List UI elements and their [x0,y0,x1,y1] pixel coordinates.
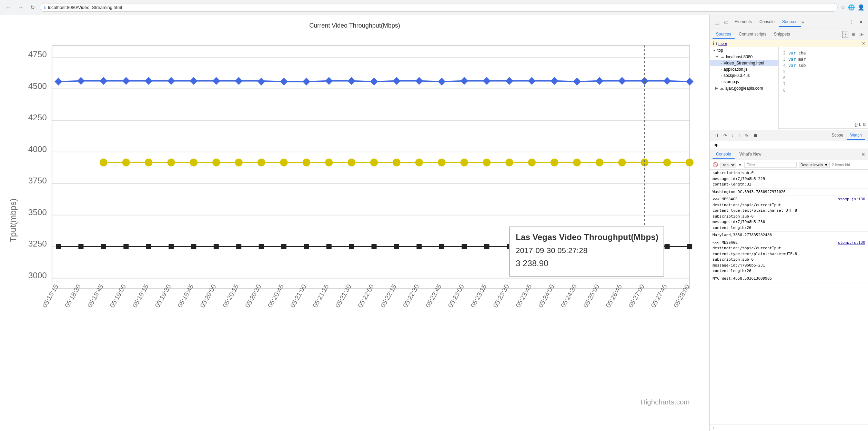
svg-text:05:22:30: 05:22:30 [402,283,420,309]
devtools-close-button[interactable]: ✕ [857,18,865,26]
svg-rect-79 [169,244,174,249]
deactivate-button[interactable]: ✎ [743,132,750,139]
forward-button[interactable]: → [16,4,26,11]
format-btn-2[interactable]: L [859,122,861,127]
svg-marker-43 [618,77,626,85]
tree-item-sockjs[interactable]: ▪ sockjs-0.3.4.js [710,72,778,79]
tree-item-googleapis[interactable]: ▶ ☁ ajax.googleapis.com [710,85,778,91]
console-close-button[interactable]: ✕ [861,152,865,157]
step-out-button[interactable]: ↑ [736,132,742,139]
more-tabs-icon[interactable]: » [801,19,804,25]
svg-rect-81 [214,244,219,249]
line-num-8: 8 [780,87,786,93]
console-output[interactable]: subscription:sub-0message-id:7j79o8b5-22… [710,170,868,424]
address-bar[interactable]: ℹ localhost:8080/Video_Streaming.html [40,3,838,12]
code-line-6: 6 [780,75,867,81]
console-msg-5: stomp.js:130 <<< MESSAGEdestination:/top… [710,239,868,275]
svg-text:05:20:00: 05:20:00 [199,283,217,309]
default-levels-button[interactable]: Default levels ▼ [799,162,830,168]
svg-rect-88 [372,244,377,249]
layout-btn-1[interactable]: ⊞ [850,31,857,38]
tree-arrow-localhost: ▼ [715,55,719,59]
svg-marker-40 [551,77,558,85]
info-text: ℹ [716,41,717,46]
code-text-2: var cha [788,50,806,56]
format-btn[interactable]: {} [855,122,858,127]
tab-console[interactable]: Console [756,17,778,27]
console-tab-console[interactable]: Console [713,150,735,159]
svg-point-55 [280,159,287,167]
tree-item-localhost[interactable]: ▼ ☁ localhost:8080 [710,53,778,60]
svg-rect-84 [281,244,286,249]
sources-tab-content-scripts[interactable]: Content scripts [735,30,770,39]
info-badge-close[interactable]: ✕ [862,41,865,46]
stop-button[interactable]: ⏹ [751,132,759,139]
tree-label-localhost: localhost:8080 [726,54,753,59]
stomp-link-1[interactable]: stomp.js:130 [838,197,865,202]
console-clear-button[interactable]: 🚫 [713,162,718,167]
items-hidden-badge: 2 items hid [832,163,850,167]
svg-marker-20 [100,77,107,85]
context-select[interactable]: top [720,162,736,168]
dropdown-arrow-icon: ▼ [738,162,742,167]
svg-point-73 [686,159,693,167]
code-area: 2 var cha 3 var mar 4 var sub 5 [779,49,868,129]
sources-tab-sources[interactable]: Sources [713,30,735,39]
tree-item-stomp-js[interactable]: ▪ stomp.js [710,79,778,85]
pause-button[interactable]: ⏸ [713,132,721,139]
profile-button[interactable]: 👤 [858,4,865,11]
more-link[interactable]: more [718,41,727,46]
svg-text:05:27:45: 05:27:45 [649,283,668,309]
svg-marker-46 [686,78,693,86]
console-input-row: › [710,424,868,431]
element-picker-button[interactable]: ⬚ [713,18,721,26]
console-toolbar: 🚫 top ▼ Default levels ▼ 2 items hid [710,160,868,170]
svg-text:4750: 4750 [28,50,47,59]
back-button[interactable]: ← [3,4,13,11]
svg-point-67 [551,159,558,167]
tree-item-video-streaming[interactable]: ▪ Video_Streaming.html [710,60,778,66]
step-into-button[interactable]: ↓ [730,132,736,139]
console-msg-1: subscription:sub-0message-id:7j79o8b5-22… [710,170,868,189]
tab-sources[interactable]: Sources [779,17,801,27]
console-msg-6: NYC West,4658.503613009905 [710,275,868,283]
sources-tab-more-button[interactable]: ⋮ [842,31,848,38]
line-num-4: 4 [780,62,786,69]
tree-item-top[interactable]: ▼ top [710,47,778,53]
svg-rect-102 [687,244,692,249]
code-line-5: 5 [780,69,867,75]
svg-text:Las Vegas Video Throughput(Mbp: Las Vegas Video Throughput(Mbps) [516,232,658,242]
svg-rect-91 [439,244,444,249]
code-format-btns: {} L ⊡ [855,122,867,127]
lock-icon: ℹ [44,5,46,10]
devtools-menu-button[interactable]: ⋮ [847,18,856,26]
extension-button[interactable]: 🌐 [848,4,855,11]
sources-tab-snippets[interactable]: Snippets [770,30,794,39]
svg-text:3750: 3750 [28,176,47,185]
svg-text:05:24:00: 05:24:00 [537,283,555,309]
svg-point-65 [505,159,513,167]
layout-btn-2[interactable]: ≫ [858,31,865,38]
svg-text:05:20:30: 05:20:30 [244,283,262,309]
format-btn-3[interactable]: ⊡ [863,122,867,127]
tab-elements[interactable]: Elements [731,17,755,27]
console-tab-whats-new[interactable]: What's New [736,150,765,159]
scope-tab[interactable]: Scope [828,131,847,140]
device-toolbar-button[interactable]: ▭ [722,18,730,26]
tree-label-sockjs: sockjs-0.3.4.js [724,73,750,78]
tree-item-application-js[interactable]: ▪ application.js [710,66,778,72]
scope-watch-top-row: top [710,141,868,149]
stomp-link-2[interactable]: stomp.js:130 [838,240,865,246]
filter-input[interactable] [744,162,797,168]
tree-label-video-streaming: Video_Streaming.html [724,61,764,66]
browser-chrome: ← → ↻ ℹ localhost:8080/Video_Streaming.h… [0,0,868,15]
code-line-7: 7 [780,81,867,87]
code-viewer: 2 var cha 3 var mar 4 var sub 5 [779,47,868,130]
svg-point-62 [438,159,445,167]
reload-button[interactable]: ↻ [28,3,37,11]
svg-text:05:21:00: 05:21:00 [289,283,307,309]
watch-tab[interactable]: Watch [847,131,865,140]
svg-text:05:25:00: 05:25:00 [582,283,600,309]
bookmark-button[interactable]: ☆ [840,4,845,11]
step-over-button[interactable]: ↷ [721,132,729,139]
